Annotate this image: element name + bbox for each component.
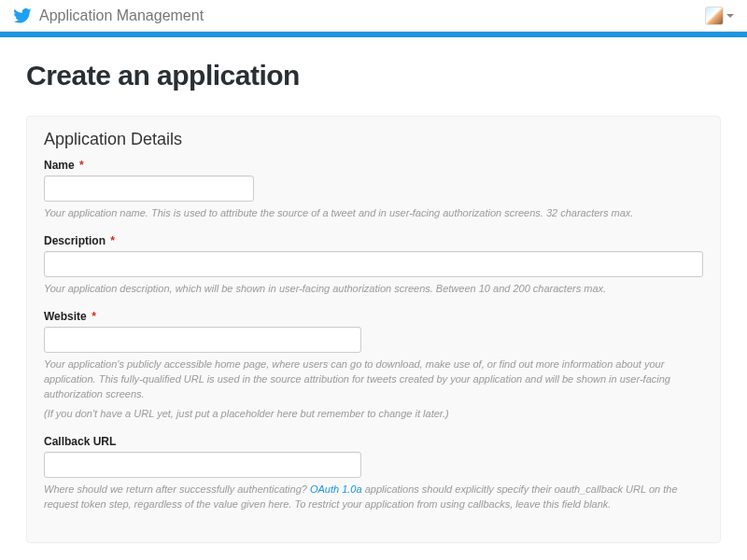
description-input[interactable] [44,251,703,277]
twitter-bird-icon [13,8,32,23]
callback-label: Callback URL [44,435,703,448]
callback-help: Where should we return after successfull… [44,483,703,512]
field-description: Description * Your application descripti… [44,234,703,297]
page-body: Create an application Application Detail… [0,37,747,543]
callback-input[interactable] [44,452,361,478]
website-label-text: Website [44,310,87,323]
callback-help-pre: Where should we return after successfull… [44,483,310,495]
application-details-panel: Application Details Name * Your applicat… [26,116,721,543]
name-label: Name * [44,159,703,172]
description-label-text: Description [44,234,106,247]
user-menu[interactable] [705,7,734,25]
field-website: Website * Your application's publicly ac… [44,310,703,422]
name-input[interactable] [44,175,254,202]
required-marker: * [92,310,96,323]
website-help: Your application's publicly accessible h… [44,357,703,402]
description-help: Your application description, which will… [44,282,703,297]
page-title: Create an application [26,60,721,91]
website-label: Website * [44,310,703,323]
website-help-extra: (If you don't have a URL yet, just put a… [44,407,703,422]
topbar: Application Management [0,0,747,32]
required-marker: * [110,234,115,247]
required-marker: * [79,159,84,172]
panel-title: Application Details [44,130,703,149]
oauth-link[interactable]: OAuth 1.0a [310,483,362,495]
callback-label-text: Callback URL [44,435,116,448]
chevron-down-icon [726,14,734,18]
website-input[interactable] [44,327,361,353]
field-name: Name * Your application name. This is us… [44,159,703,221]
topbar-left: Application Management [13,7,204,24]
header-title[interactable]: Application Management [39,7,204,24]
name-help: Your application name. This is used to a… [44,206,703,221]
name-label-text: Name [44,159,75,172]
field-callback: Callback URL Where should we return afte… [44,435,703,512]
description-label: Description * [44,234,703,247]
avatar [705,7,724,25]
